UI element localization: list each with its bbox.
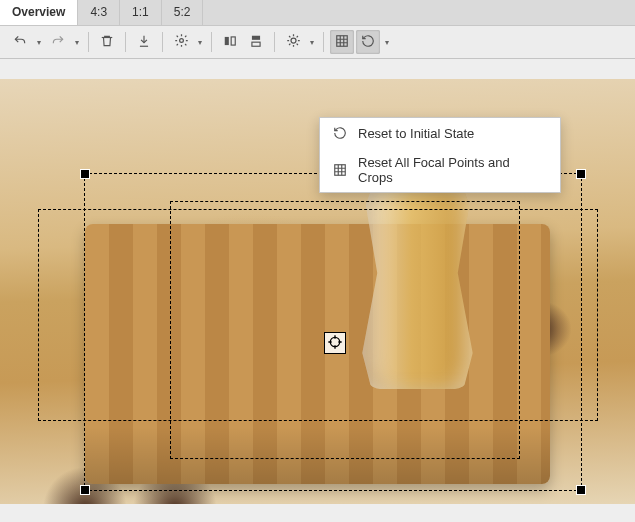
svg-point-7	[330, 337, 339, 346]
flip-vertical-icon	[249, 34, 263, 51]
trash-button[interactable]	[95, 30, 119, 54]
gear-icon	[174, 33, 189, 51]
tab-bar: Overview 4:3 1:1 5:2	[0, 0, 635, 26]
reset-dropdown-menu: Reset to Initial State Reset All Focal P…	[319, 117, 561, 193]
tab-5-2[interactable]: 5:2	[162, 0, 204, 25]
svg-rect-6	[337, 35, 348, 46]
separator	[88, 32, 89, 52]
crop-handle-top-right[interactable]	[577, 170, 585, 178]
flip-vertical-button[interactable]	[244, 30, 268, 54]
separator	[162, 32, 163, 52]
crop-handle-top-left[interactable]	[81, 170, 89, 178]
flip-horizontal-icon	[223, 34, 237, 51]
grid-button[interactable]	[330, 30, 354, 54]
undo-icon	[13, 34, 27, 51]
separator	[323, 32, 324, 52]
separator	[125, 32, 126, 52]
separator	[211, 32, 212, 52]
menu-item-label: Reset to Initial State	[358, 126, 474, 141]
svg-rect-4	[252, 42, 260, 46]
brightness-icon	[286, 33, 301, 51]
grid-icon	[332, 162, 348, 178]
menu-reset-initial[interactable]: Reset to Initial State	[320, 118, 560, 148]
tab-1-1[interactable]: 1:1	[120, 0, 162, 25]
menu-reset-focal-crops[interactable]: Reset All Focal Points and Crops	[320, 148, 560, 192]
svg-rect-8	[335, 165, 346, 176]
toolbar: ▾ ▾ ▾ ▾	[0, 26, 635, 59]
gear-button[interactable]	[169, 30, 193, 54]
brightness-caret[interactable]: ▾	[307, 38, 317, 47]
tab-overview[interactable]: Overview	[0, 0, 78, 25]
image-canvas[interactable]: Reset to Initial State Reset All Focal P…	[0, 59, 635, 522]
crop-handle-bottom-right[interactable]	[577, 486, 585, 494]
menu-item-label: Reset All Focal Points and Crops	[358, 155, 548, 185]
download-icon	[137, 34, 151, 51]
svg-rect-1	[225, 36, 229, 44]
reset-icon	[332, 125, 348, 141]
tab-4-3[interactable]: 4:3	[78, 0, 120, 25]
focal-point-marker[interactable]	[324, 332, 346, 354]
redo-button[interactable]	[46, 30, 70, 54]
undo-caret[interactable]: ▾	[34, 38, 44, 47]
brightness-button[interactable]	[281, 30, 305, 54]
download-button[interactable]	[132, 30, 156, 54]
crosshair-icon	[327, 334, 343, 353]
svg-rect-2	[231, 36, 235, 44]
separator	[274, 32, 275, 52]
svg-point-0	[179, 39, 183, 43]
flip-horizontal-button[interactable]	[218, 30, 242, 54]
reset-icon	[361, 34, 375, 51]
redo-icon	[51, 34, 65, 51]
grid-icon	[335, 34, 349, 51]
svg-rect-3	[252, 35, 260, 39]
gear-caret[interactable]: ▾	[195, 38, 205, 47]
trash-icon	[100, 34, 114, 51]
crop-handle-bottom-left[interactable]	[81, 486, 89, 494]
undo-button[interactable]	[8, 30, 32, 54]
redo-caret[interactable]: ▾	[72, 38, 82, 47]
reset-button[interactable]	[356, 30, 380, 54]
reset-caret[interactable]: ▾	[382, 38, 392, 47]
svg-point-5	[291, 38, 296, 43]
